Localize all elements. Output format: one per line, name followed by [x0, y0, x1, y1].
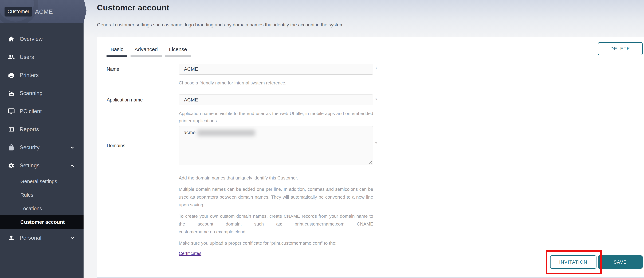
sidebar-item-rules[interactable]: Rules: [0, 188, 84, 202]
reports-table-icon: [8, 126, 15, 133]
users-icon: [8, 54, 15, 61]
horizontal-scrollbar[interactable]: [97, 277, 644, 278]
person-icon: [8, 234, 15, 241]
chevron-down-icon: [69, 235, 75, 241]
chevron-up-icon: [69, 163, 75, 168]
app-window: Overview Users Printers Scanning PC clie…: [0, 0, 644, 278]
lock-icon: [8, 144, 15, 151]
tab-license[interactable]: License: [165, 46, 191, 57]
page-title: Customer account: [97, 3, 169, 12]
domains-help-paragraph: To create your own custom domain names, …: [179, 212, 373, 236]
sidebar-item-locations[interactable]: Locations: [0, 202, 84, 215]
sidebar-item-overview[interactable]: Overview: [0, 30, 84, 48]
customer-type-badge: Customer: [4, 6, 32, 16]
domains-required-marker: *: [375, 141, 377, 146]
sidebar-subitem-label: Locations: [20, 206, 42, 211]
domains-help-paragraph: Multiple domain names can be added one p…: [179, 185, 373, 209]
application-name-required-marker: *: [375, 97, 377, 103]
name-help-text: Choose a friendly name for internal syst…: [179, 79, 373, 87]
domains-textarea[interactable]: acme.: [179, 126, 373, 165]
tab-basic[interactable]: Basic: [106, 46, 127, 57]
sidebar-item-customer-account[interactable]: Customer account: [0, 215, 84, 229]
page-subtitle: General customer settings such as name, …: [97, 22, 345, 28]
domains-visible-value: acme.: [184, 130, 197, 135]
save-button[interactable]: SAVE: [598, 255, 642, 269]
printer-icon: [8, 72, 15, 79]
settings-card: Basic Advanced License DELETE Name * Cho…: [97, 37, 644, 277]
application-name-help-text: Application name is visible to the end u…: [179, 110, 373, 125]
sidebar-item-label: Users: [20, 54, 34, 60]
application-name-input[interactable]: [179, 95, 373, 105]
invitation-button[interactable]: INVITATION: [550, 255, 596, 269]
sidebar-item-personal[interactable]: Personal: [0, 229, 84, 247]
domains-help-paragraph: Make sure you upload a proper certificat…: [179, 239, 373, 247]
name-label: Name: [107, 64, 119, 75]
sidebar-item-label: Security: [20, 144, 40, 151]
account-banner: Customer ACME: [0, 0, 86, 23]
domains-label: Domains: [107, 126, 125, 165]
sidebar-item-scanning[interactable]: Scanning: [0, 84, 84, 102]
delete-button[interactable]: DELETE: [598, 42, 642, 55]
chevron-down-icon: [69, 144, 75, 150]
sidebar-item-printers[interactable]: Printers: [0, 66, 84, 84]
domains-help-block: Add the domain names that uniquely ident…: [179, 174, 373, 257]
certificates-link[interactable]: Certificates: [179, 251, 202, 256]
sidebar-item-pc-client[interactable]: PC client: [0, 102, 84, 121]
sidebar-item-users[interactable]: Users: [0, 48, 84, 66]
gear-icon: [8, 162, 15, 169]
sidebar-item-reports[interactable]: Reports: [0, 121, 84, 139]
sidebar-item-label: Personal: [20, 235, 42, 241]
sidebar-subitem-label: Rules: [20, 192, 33, 198]
sidebar-item-label: Reports: [20, 126, 39, 133]
home-icon: [8, 36, 15, 43]
sidebar: Overview Users Printers Scanning PC clie…: [0, 0, 84, 278]
sidebar-item-label: Settings: [20, 162, 40, 169]
name-input[interactable]: [179, 64, 373, 75]
sidebar-subitem-label: General settings: [20, 179, 57, 184]
domains-help-paragraph: Add the domain names that uniquely ident…: [179, 174, 373, 182]
scanner-icon: [8, 90, 15, 97]
tab-advanced[interactable]: Advanced: [130, 46, 162, 57]
sidebar-subitem-label: Customer account: [20, 219, 65, 225]
textarea-resize-handle[interactable]: [368, 160, 372, 164]
content-header-background: [0, 0, 644, 37]
monitor-icon: [8, 108, 15, 115]
sidebar-item-label: PC client: [20, 108, 42, 115]
tab-bar: Basic Advanced License: [106, 46, 193, 57]
application-name-label: Application name: [107, 95, 143, 105]
sidebar-item-label: Scanning: [20, 90, 43, 96]
sidebar-item-label: Overview: [20, 36, 43, 42]
name-required-marker: *: [375, 66, 377, 72]
account-name: ACME: [35, 8, 53, 15]
sidebar-item-general-settings[interactable]: General settings: [0, 175, 84, 188]
sidebar-item-label: Printers: [20, 72, 39, 78]
sidebar-item-security[interactable]: Security: [0, 139, 84, 156]
sidebar-item-settings[interactable]: Settings: [0, 156, 84, 175]
redacted-domain-blur: [198, 130, 255, 136]
